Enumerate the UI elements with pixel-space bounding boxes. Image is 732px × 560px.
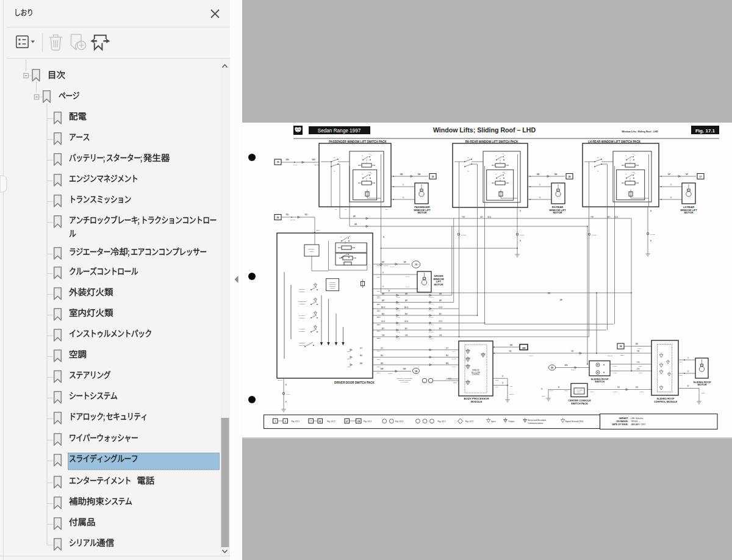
svg-text:CA86-7: CA86-7: [572, 369, 575, 370]
svg-text:PC4-12: PC4-12: [452, 358, 456, 359]
svg-text:CA46-1: CA46-1: [390, 266, 395, 267]
svg-text:DAB-4: DAB-4: [639, 365, 642, 367]
svg-text:PC5-8: PC5-8: [495, 379, 498, 381]
svg-text:47B: 47B: [632, 171, 635, 173]
svg-text:CCT-1: CCT-1: [564, 390, 567, 391]
svg-text:BO: BO: [439, 328, 442, 330]
svg-text:B: B: [383, 236, 384, 239]
svg-text:CA143D: CA143D: [592, 234, 597, 235]
svg-text:DD2-24: DD2-24: [389, 373, 393, 374]
svg-text:YW: YW: [462, 216, 465, 218]
svg-text:E: E: [687, 385, 689, 387]
svg-text:U: U: [670, 196, 672, 199]
svg-text:CA6-2: CA6-2: [396, 317, 400, 318]
svg-text:NP: NP: [382, 261, 384, 264]
svg-text:GLG: GLG: [404, 320, 409, 323]
svg-text:BO: BO: [608, 216, 611, 218]
svg-text:WN: WN: [285, 159, 289, 161]
svg-text:DCT4-10: DCT4-10: [608, 355, 612, 356]
svg-text:47A: 47A: [368, 153, 371, 155]
svg-text:CA6-2: CA6-2: [396, 296, 400, 298]
svg-text:DAB-2: DAB-2: [640, 391, 644, 392]
svg-text:CIRCUIT: CIRCUIT: [330, 287, 336, 289]
svg-text:PC4-30: PC4-30: [452, 366, 456, 367]
svg-text:ND: ND: [305, 214, 308, 216]
svg-text:38: 38: [620, 345, 622, 348]
svg-text:Fig. 01.1: Fig. 01.1: [292, 420, 300, 423]
svg-text:787094 →: 787094 →: [631, 420, 640, 423]
svg-text:SWITCH: SWITCH: [577, 391, 582, 392]
svg-text:MOTOR: MOTOR: [434, 283, 443, 286]
svg-text:Sedan Range 1997: Sedan Range 1997: [318, 128, 361, 134]
svg-text:BO: BO: [405, 328, 408, 330]
svg-text:Communications: Communications: [528, 422, 544, 425]
svg-text:CONTROL MODULE: CONTROL MODULE: [398, 379, 411, 381]
svg-text:U: U: [687, 370, 689, 373]
svg-text:BO: BO: [481, 216, 484, 218]
svg-text:CONTROL: CONTROL: [329, 285, 336, 287]
svg-text:Fig. 02.1: Fig. 02.1: [438, 420, 446, 423]
svg-text:LHD Vehicles: LHD Vehicles: [631, 417, 644, 420]
svg-text:B: B: [541, 388, 542, 390]
svg-text:CA141D: CA141D: [650, 234, 655, 235]
svg-text:DD1-1: DD1-1: [317, 229, 321, 231]
svg-text:CA141-1: CA141-1: [429, 296, 433, 298]
svg-text:DAB-3: DAB-3: [637, 348, 641, 349]
svg-text:YB: YB: [637, 350, 639, 353]
svg-text:CA6-2: CA6-2: [396, 303, 400, 304]
svg-text:6: 6: [285, 420, 286, 423]
svg-text:B: B: [285, 384, 287, 386]
svg-text:CA141-1: CA141-1: [429, 303, 433, 304]
svg-text:43: 43: [467, 170, 469, 172]
svg-text:DD2-1: DD2-1: [377, 372, 380, 373]
svg-text:BO: BO: [439, 313, 442, 315]
svg-text:DAB-6: DAB-6: [639, 372, 642, 373]
svg-text:YB: YB: [509, 350, 511, 353]
svg-text:OG: OG: [637, 361, 640, 364]
svg-text:BG: BG: [382, 313, 385, 315]
svg-text:CA410: CA410: [286, 393, 290, 395]
svg-text:CA141-1: CA141-1: [429, 324, 433, 325]
svg-text:Input: Input: [491, 420, 496, 423]
svg-text:40: 40: [625, 155, 627, 157]
svg-text:B: B: [650, 210, 651, 212]
svg-text:B: B: [502, 382, 503, 384]
svg-text:CONTROL MODULE: CONTROL MODULE: [654, 400, 677, 403]
svg-text:40: 40: [625, 173, 627, 175]
svg-text:17: 17: [700, 176, 702, 178]
svg-text:47A: 47A: [502, 153, 505, 155]
svg-text:B: B: [520, 240, 521, 242]
svg-text:CA6-2: CA6-2: [396, 331, 400, 332]
svg-text:ISOLATE: ISOLATE: [299, 345, 305, 346]
svg-text:TIME DELAY: TIME DELAY: [308, 248, 316, 249]
svg-text:BO: BO: [382, 328, 385, 330]
svg-text:PD-: PD-: [345, 209, 347, 210]
svg-text:DD2-0: DD2-0: [347, 366, 350, 367]
svg-text:CA86-5: CA86-5: [613, 372, 617, 373]
svg-text:CA141-1: CA141-1: [429, 317, 433, 318]
svg-text:YW: YW: [382, 334, 385, 337]
svg-text:BU: BU: [381, 354, 383, 357]
svg-text:CA341-2: CA341-2: [384, 265, 389, 266]
svg-text:MOTOR: MOTOR: [417, 211, 426, 214]
svg-text:(ALL CLOSE): (ALL CLOSE): [401, 381, 409, 382]
svg-text:DRIVER: DRIVER: [300, 289, 305, 290]
svg-text:BP: BP: [382, 300, 384, 302]
svg-text:Fig. 17.1: Fig. 17.1: [695, 128, 716, 134]
svg-text:Fig. 01.2: Fig. 01.2: [327, 420, 335, 423]
svg-text:PC4-0: PC4-0: [452, 351, 455, 352]
svg-text:MOTOR: MOTOR: [684, 211, 693, 214]
svg-text:47B: 47B: [502, 171, 505, 173]
svg-text:CURRENT: CURRENT: [329, 282, 336, 283]
svg-text:DD2-1: DD2-1: [377, 350, 380, 351]
svg-text:WINDOW: WINDOW: [299, 317, 306, 318]
svg-text:SG: SG: [636, 386, 639, 389]
svg-text:SG: SG: [617, 386, 620, 389]
svg-text:DD2-1: DD2-1: [377, 276, 380, 278]
svg-text:VIN RANGE:: VIN RANGE:: [616, 420, 628, 423]
svg-text:40: 40: [495, 155, 497, 157]
svg-text:CA6-2: CA6-2: [396, 324, 400, 325]
svg-text:16A1: 16A1: [429, 381, 432, 382]
svg-text:RH REAR WINDOW LIFT SWITCH PAC: RH REAR WINDOW LIFT SWITCH PACK: [465, 140, 518, 143]
svg-text:43: 43: [334, 170, 336, 172]
